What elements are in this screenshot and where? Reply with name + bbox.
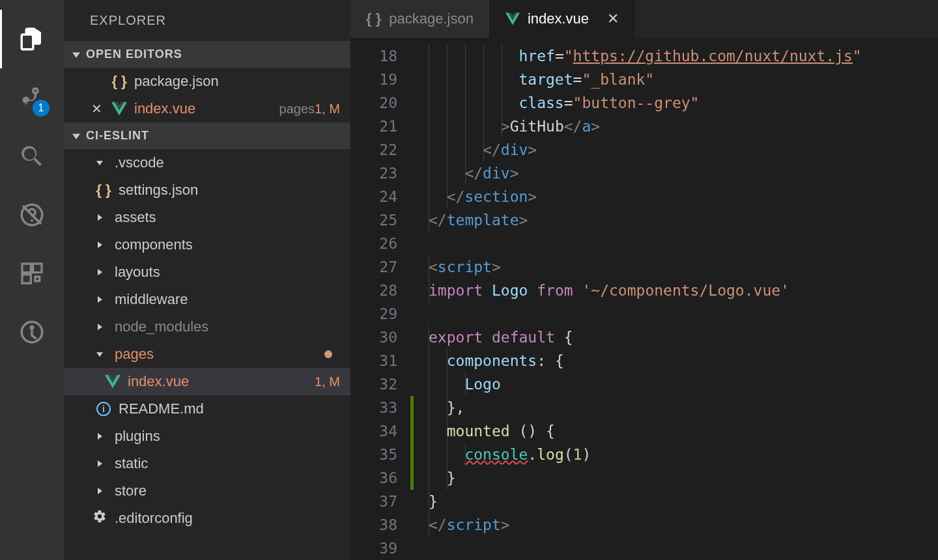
folder-icon [90,324,109,330]
tab-label: package.json [389,10,474,27]
folder-icon [90,242,109,248]
item-label: components [115,236,350,253]
line-number: 34 [350,419,416,443]
line-number: 30 [350,326,416,349]
editor-area: { }package.jsonindex.vue✕ 18192021222324… [350,0,938,560]
code-content[interactable]: href="https://github.com/nuxt/nuxt.js" t… [416,38,938,560]
code-line[interactable]: </template> [416,208,938,232]
close-icon[interactable]: ✕ [90,101,103,117]
code-line[interactable] [416,232,938,255]
file-status: 1, M [315,374,340,389]
project-header[interactable]: CI-ESLINT [64,122,350,149]
item-label: settings.json [119,182,350,199]
folder-icon [90,488,109,494]
code-line[interactable]: </section> [416,185,938,208]
folder-item[interactable]: static [64,450,350,477]
file-item[interactable]: .editorconfig [64,505,350,532]
code-line[interactable] [416,302,938,326]
folder-item[interactable]: middleware [64,286,350,313]
file-label: index.vue [134,100,273,117]
activity-extensions[interactable] [0,244,64,303]
code-line[interactable]: } [416,466,938,490]
vue-icon [505,12,520,26]
code-line[interactable]: </div> [416,138,938,161]
folder-item[interactable]: pages [64,341,350,368]
code-line[interactable]: mounted () { [416,419,938,443]
item-label: pages [115,346,324,363]
code-line[interactable]: components: { [416,349,938,372]
file-item[interactable]: iREADME.md [64,395,350,423]
activity-gitlens[interactable] [0,303,64,361]
editor-tab[interactable]: index.vue✕ [490,0,635,38]
code-line[interactable]: import Logo from '~/components/Logo.vue' [416,279,938,302]
tab-label: index.vue [528,10,589,27]
code-line[interactable]: Logo [416,372,938,396]
line-number: 21 [350,115,416,138]
braces-icon: { } [94,182,113,199]
modified-gutter-icon [410,419,414,443]
modified-gutter-icon [410,443,414,466]
info-icon: i [94,402,113,416]
activity-explorer[interactable] [0,10,64,68]
file-item[interactable]: index.vue1, M [64,368,350,395]
folder-item[interactable]: plugins [64,423,350,450]
code-line[interactable]: >GitHub</a> [416,115,938,138]
search-icon [18,143,46,170]
folder-item[interactable]: node_modules [64,313,350,341]
file-item[interactable]: { }settings.json [64,176,350,204]
open-editors-header[interactable]: OPEN EDITORS [64,41,350,68]
code-line[interactable]: </div> [416,161,938,185]
line-number: 24 [350,185,416,208]
folder-item[interactable]: assets [64,204,350,231]
folder-open-icon [90,351,109,357]
folder-icon [90,296,109,303]
braces-icon: { } [366,10,381,27]
folder-item[interactable]: layouts [64,259,350,286]
code-line[interactable]: }, [416,396,938,419]
vue-icon [103,374,122,389]
open-editor-item[interactable]: { }package.json [64,68,350,95]
editor-tab[interactable]: { }package.json [350,0,490,38]
close-icon[interactable]: ✕ [607,10,619,27]
file-label: package.json [134,73,350,90]
code-line[interactable]: href="https://github.com/nuxt/nuxt.js" [416,44,938,68]
code-line[interactable]: } [416,490,938,513]
sidebar-title: EXPLORER [64,0,350,41]
code-line[interactable]: export default { [416,326,938,349]
line-number: 20 [350,91,416,115]
folder-item[interactable]: store [64,477,350,505]
chevron-down-icon [70,51,82,59]
activity-search[interactable] [0,127,64,186]
activity-debug[interactable] [0,186,64,244]
open-editors-label: OPEN EDITORS [86,48,182,61]
activity-scm[interactable]: 1 [0,68,64,127]
code-line[interactable]: class="button--grey" [416,91,938,115]
folder-icon [90,433,109,440]
scm-badge: 1 [33,100,50,117]
line-number: 38 [350,513,416,537]
code-line[interactable] [416,537,938,560]
folder-icon [90,269,109,275]
line-number: 32 [350,372,416,396]
explorer-sidebar: EXPLORER OPEN EDITORS { }package.json✕in… [64,0,350,560]
folder-item[interactable]: .vscode [64,149,350,176]
line-number: 26 [350,232,416,255]
no-bug-icon [18,201,46,229]
modified-gutter-icon [410,466,414,490]
code-line[interactable]: target="_blank" [416,68,938,91]
activity-bar: 1 [0,0,64,560]
gitlens-icon [18,318,46,346]
code-line[interactable]: </script> [416,513,938,537]
item-label: assets [115,209,350,226]
folder-item[interactable]: components [64,231,350,259]
item-label: node_modules [115,318,350,335]
open-editor-item[interactable]: ✕index.vuepages1, M [64,95,350,122]
line-number: 33 [350,396,416,419]
line-number: 36 [350,466,416,490]
item-label: middleware [115,291,350,308]
code-line[interactable]: <script> [416,255,938,279]
item-label: static [115,455,350,472]
folder-open-icon [90,160,109,166]
code-line[interactable]: console.log(1) [416,443,938,466]
editor-body[interactable]: 1819202122232425262728293031323334353637… [350,38,938,560]
